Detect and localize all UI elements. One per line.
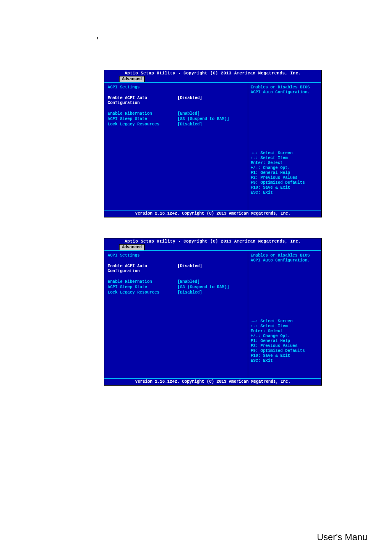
key-hint: F2: Previous Values [251, 344, 319, 349]
key-hint: +/-: Change Opt. [251, 166, 319, 171]
bios-footer: Version 2.16.1242. Copyright (C) 2013 Am… [104, 210, 321, 217]
bios-left-pane: ACPI Settings Enable ACPI Auto Configura… [104, 251, 248, 378]
key-hint: F2: Previous Values [251, 176, 319, 180]
setting-label: Enable Hibernation [108, 111, 178, 116]
page-footer-text: User's Manu [317, 532, 367, 543]
key-hint: F9: Optimized Defaults [251, 180, 319, 185]
key-hints: →←: Select Screen ↑↓: Select Item Enter:… [251, 319, 319, 376]
key-hint: Enter: Select [251, 161, 319, 166]
help-text: Enables or Disables BIOS ACPI Auto Confi… [251, 253, 319, 263]
bios-tabs: Advanced [104, 244, 321, 250]
key-hint: F10: Save & Exit [251, 185, 319, 190]
setting-acpi-auto-config[interactable]: Enable ACPI Auto Configuration [Disabled… [108, 96, 244, 106]
key-hint: F1: General Help [251, 339, 319, 344]
setting-label: ACPI Sleep State [108, 285, 178, 290]
bios-left-pane: ACPI Settings Enable ACPI Auto Configura… [104, 83, 248, 210]
bios-right-pane: Enables or Disables BIOS ACPI Auto Confi… [248, 251, 321, 378]
bios-header: Aptio Setup Utility - Copyright (C) 2013… [104, 70, 321, 76]
key-hint: F1: General Help [251, 171, 319, 176]
key-hints: →←: Select Screen ↑↓: Select Item Enter:… [251, 151, 319, 208]
key-hint: +/-: Change Opt. [251, 334, 319, 339]
bios-body: ACPI Settings Enable ACPI Auto Configura… [104, 250, 321, 378]
bios-body: ACPI Settings Enable ACPI Auto Configura… [104, 82, 321, 210]
setting-lock-legacy-resources[interactable]: Lock Legacy Resources [Disabled] [108, 290, 244, 295]
setting-acpi-auto-config[interactable]: Enable ACPI Auto Configuration [Disabled… [108, 264, 244, 274]
stray-comma: , [97, 33, 98, 39]
setting-value: [Disabled] [178, 290, 202, 295]
setting-enable-hibernation[interactable]: Enable Hibernation [Enabled] [108, 280, 244, 284]
setting-value: [Enabled] [178, 111, 200, 116]
key-hint: ↑↓: Select Item [251, 156, 319, 161]
key-hint: →←: Select Screen [251, 319, 319, 324]
setting-lock-legacy-resources[interactable]: Lock Legacy Resources [Disabled] [108, 122, 244, 127]
setting-value: [Disabled] [178, 122, 202, 127]
setting-value: [Disabled] [178, 96, 202, 106]
setting-label: Enable Hibernation [108, 280, 178, 284]
setting-value: [Enabled] [178, 280, 200, 284]
setting-label: Enable ACPI Auto Configuration [108, 264, 178, 274]
bios-header: Aptio Setup Utility - Copyright (C) 2013… [104, 238, 321, 244]
setting-enable-hibernation[interactable]: Enable Hibernation [Enabled] [108, 111, 244, 116]
key-hint: ↑↓: Select Item [251, 324, 319, 329]
setting-acpi-sleep-state[interactable]: ACPI Sleep State [S3 (Suspend to RAM)] [108, 285, 244, 290]
key-hint: ESC: Exit [251, 358, 319, 363]
help-text: Enables or Disables BIOS ACPI Auto Confi… [251, 85, 319, 95]
setting-value: [S3 (Suspend to RAM)] [178, 285, 229, 290]
key-hint: F9: Optimized Defaults [251, 349, 319, 354]
bios-tabs: Advanced [104, 76, 321, 82]
setting-label: ACPI Sleep State [108, 117, 178, 122]
setting-value: [Disabled] [178, 264, 202, 274]
section-title: ACPI Settings [108, 85, 244, 90]
setting-value: [S3 (Suspend to RAM)] [178, 117, 229, 122]
key-hint: Enter: Select [251, 329, 319, 334]
bios-footer: Version 2.16.1242. Copyright (C) 2013 Am… [104, 378, 321, 385]
bios-right-pane: Enables or Disables BIOS ACPI Auto Confi… [248, 83, 321, 210]
key-hint: →←: Select Screen [251, 151, 319, 156]
tab-advanced[interactable]: Advanced [119, 244, 145, 250]
setting-label: Lock Legacy Resources [108, 290, 178, 295]
section-title: ACPI Settings [108, 253, 244, 258]
setting-label: Enable ACPI Auto Configuration [108, 96, 178, 106]
tab-advanced[interactable]: Advanced [119, 76, 145, 82]
setting-acpi-sleep-state[interactable]: ACPI Sleep State [S3 (Suspend to RAM)] [108, 117, 244, 122]
bios-panel-1: Aptio Setup Utility - Copyright (C) 2013… [104, 70, 322, 217]
setting-label: Lock Legacy Resources [108, 122, 178, 127]
key-hint: F10: Save & Exit [251, 354, 319, 358]
key-hint: ESC: Exit [251, 190, 319, 195]
bios-panel-2: Aptio Setup Utility - Copyright (C) 2013… [104, 238, 322, 386]
